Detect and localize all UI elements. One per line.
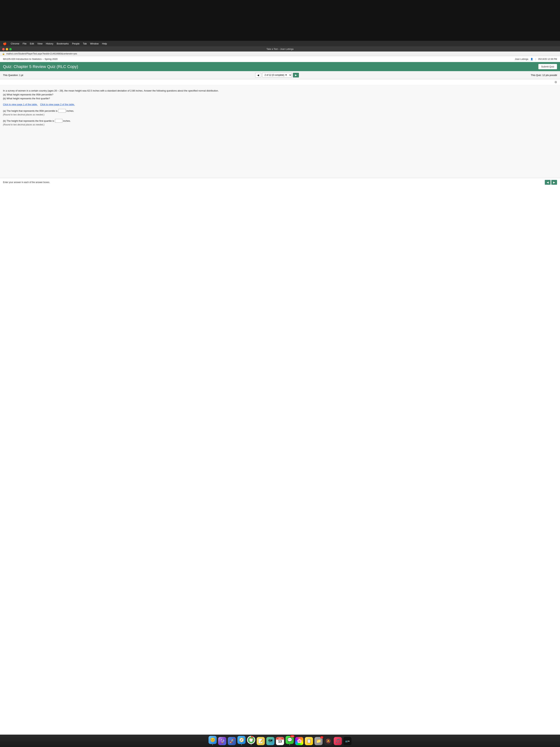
submit-quiz-button[interactable]: Submit Quiz (538, 64, 557, 69)
notes2-icon[interactable]: 📋 (305, 737, 313, 745)
table-links: Click to view page 1 of the table. Click… (3, 103, 557, 106)
dock-notes-app: 📝 (257, 737, 265, 745)
menu-help[interactable]: Help (102, 42, 107, 45)
dock-safari: 🧭 (237, 736, 245, 745)
menu-chrome[interactable]: Chrome (11, 42, 19, 45)
page-header: MA105-020 Introduction to Statistics -- … (0, 56, 560, 62)
dock-do-not-disturb: 🔕 (324, 737, 332, 745)
answer-b-line: (b) The height that represents the first… (3, 119, 557, 123)
user-name: Joan Lubinga (515, 58, 528, 60)
menu-file[interactable]: File (23, 42, 26, 45)
siri-icon[interactable]: 🔮 (218, 737, 226, 745)
maps-icon[interactable]: 🗺 (266, 737, 274, 745)
top-background-area (0, 0, 560, 41)
quiz-title-bar: Quiz: Chapter 5 Review Quiz (RLC Copy) S… (0, 62, 560, 71)
answer-b-suffix: inches. (63, 120, 71, 122)
music-icon[interactable]: 🎵 (334, 737, 342, 745)
date-time: 05/13/20 12:38 PM (538, 58, 557, 60)
bottom-nav-buttons: ◀ ▶ (545, 180, 557, 185)
launchpad-icon[interactable]: 🚀 (228, 737, 236, 745)
answer-b-note: (Round to two decimal places as needed.) (3, 123, 557, 126)
address-bar: 🔒 mathxl.com/Student/PlayerTest.aspx?tes… (0, 52, 560, 56)
notes-app-icon[interactable]: 📝 (257, 737, 265, 745)
menu-window[interactable]: Window (90, 42, 99, 45)
question-pts: 1 pt (19, 74, 23, 77)
bottom-next-button[interactable]: ▶ (551, 180, 557, 185)
browser-tab-title: Take a Test – Joan Lubinga (266, 48, 294, 50)
dock-siri: 🔮 (218, 737, 226, 745)
calendar-icon[interactable]: MAY 13 (276, 737, 284, 745)
photos-icon[interactable]: 🌸 (295, 737, 303, 745)
answer-a-prefix: (a) The height that represents the 95th … (3, 109, 58, 112)
close-button[interactable] (2, 48, 5, 50)
safari-icon[interactable]: 🧭 (237, 736, 245, 744)
answer-a-line: (a) The height that represents the 95th … (3, 109, 557, 113)
dock-photos: 🌸 (295, 737, 303, 745)
calendar-day: 13 (278, 740, 282, 744)
dock-finder: 😊 (209, 736, 217, 745)
dock-calendar: MAY 13 (276, 737, 284, 745)
menu-bookmarks[interactable]: Bookmarks (57, 42, 69, 45)
menu-history[interactable]: History (46, 42, 53, 45)
nav-controls: ◀ 2 of 12 (0 complete) ▼ ▶ (255, 73, 299, 77)
apple-menu[interactable]: 🍎 (3, 42, 7, 45)
prev-question-button[interactable]: ◀ (255, 73, 261, 77)
dock-music: 🎵 (334, 737, 342, 745)
user-icon: 👤 (530, 58, 533, 60)
settings-icon[interactable]: ⚙ (555, 80, 557, 84)
user-info: Joan Lubinga 👤 | 05/13/20 12:38 PM (515, 58, 557, 60)
next-question-button[interactable]: ▶ (293, 73, 299, 77)
answer-section-a: (a) The height that represents the 95th … (3, 109, 557, 116)
bottom-prev-button[interactable]: ◀ (545, 180, 551, 185)
browser-window: Take a Test – Joan Lubinga 🔒 mathxl.com/… (0, 47, 560, 735)
question-content-area: In a survey of women in a certain countr… (0, 85, 560, 178)
messages-dot (289, 744, 290, 745)
messages-icon[interactable]: 💬 125 (286, 736, 294, 744)
dock-files: 📁 2 (315, 737, 323, 745)
bottom-instruction-text: Enter your answer in each of the answer … (3, 181, 50, 184)
url-text[interactable]: mathxl.com/Student/PlayerTest.aspx?testI… (6, 52, 77, 55)
calendar-month: MAY (276, 737, 284, 740)
dock-notes2: 📋 (305, 737, 313, 745)
chrome-dot (251, 744, 251, 745)
settings-row: ⚙ (0, 79, 560, 85)
chrome-icon[interactable]: 1,250 (247, 736, 255, 744)
minimize-button[interactable] (6, 48, 8, 50)
messages-badge: 125 (290, 735, 294, 737)
question-body-text: In a survey of women in a certain countr… (3, 89, 557, 100)
chrome-badge: 1,250 (251, 736, 255, 737)
answer-a-input[interactable] (58, 109, 66, 113)
quiz-title: Quiz: Chapter 5 Review Quiz (RLC Copy) (3, 64, 78, 69)
finder-icon[interactable]: 😊 (209, 736, 217, 744)
mac-dock: 😊 🔮 🚀 🧭 1,250 📝 🗺 (0, 735, 560, 747)
table-link-1[interactable]: Click to view page 1 of the table. (3, 103, 37, 106)
appletv-icon[interactable]: 📺tv (343, 737, 351, 745)
bottom-instruction-bar: Enter your answer in each of the answer … (0, 178, 560, 186)
quiz-pts: This Quiz: 12 pts possibl (531, 74, 557, 77)
menu-tab[interactable]: Tab (83, 42, 87, 45)
table-link-2[interactable]: Click to view page 2 of the table. (40, 103, 75, 106)
menu-view[interactable]: View (37, 42, 43, 45)
maximize-button[interactable] (9, 48, 12, 50)
svg-point-2 (250, 739, 252, 741)
dock-appletv: 📺tv (343, 737, 351, 745)
question-info-area: This Question: 1 pt (3, 73, 23, 77)
answer-b-input[interactable] (55, 119, 62, 123)
safari-dot (241, 744, 242, 745)
header-divider: | (535, 58, 536, 60)
browser-title-bar: Take a Test – Joan Lubinga (0, 47, 560, 52)
progress-dropdown[interactable]: 2 of 12 (0 complete) ▼ (262, 73, 292, 77)
question-info: This Question: 1 pt (3, 74, 23, 77)
lock-icon: 🔒 (2, 53, 5, 55)
finder-dot (212, 744, 213, 745)
traffic-lights (2, 48, 12, 50)
answer-a-suffix: inches. (66, 109, 74, 112)
menu-people[interactable]: People (72, 42, 79, 45)
menu-edit[interactable]: Edit (30, 42, 34, 45)
do-not-disturb-icon[interactable]: 🔕 (324, 737, 332, 745)
question-label: This Question: (3, 74, 19, 77)
files-badge: 2 (320, 736, 323, 739)
dock-launchpad: 🚀 (228, 737, 236, 745)
files-icon[interactable]: 📁 2 (315, 737, 323, 745)
dock-chrome: 1,250 (247, 736, 255, 745)
